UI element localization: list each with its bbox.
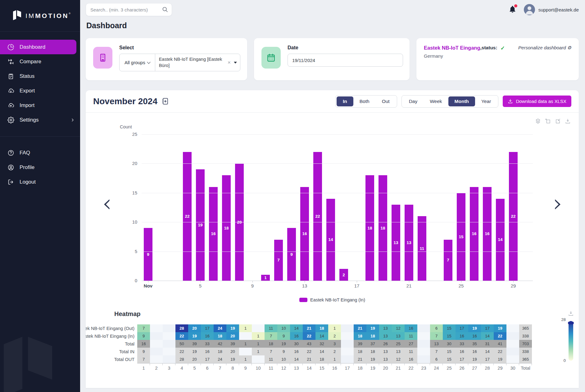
heatmap-cell[interactable]: 14: [481, 332, 494, 340]
heatmap-cell[interactable]: 1: [252, 332, 265, 340]
heatmap-cell[interactable]: 18: [315, 324, 328, 332]
heatmap-cell[interactable]: 17: [481, 355, 494, 363]
heatmap-cell[interactable]: 18: [366, 348, 379, 355]
heatmap-cell[interactable]: 18: [354, 348, 366, 355]
toggle-week[interactable]: Week: [424, 96, 448, 106]
sidebar-item-export[interactable]: Export: [0, 83, 80, 98]
heatmap-cell[interactable]: 13: [430, 340, 443, 348]
heatmap-cell[interactable]: 17: [456, 324, 468, 332]
heatmap-cell[interactable]: 16: [201, 332, 214, 340]
heatmap-cell[interactable]: 2: [328, 348, 341, 355]
heatmap-cell[interactable]: 22: [494, 332, 506, 340]
sidebar-item-import[interactable]: Import: [0, 98, 80, 113]
heatmap-cell[interactable]: 20: [226, 348, 239, 355]
bar-day-16[interactable]: 2: [339, 269, 348, 281]
heatmap-cell[interactable]: 9: [277, 348, 290, 355]
heatmap-cell[interactable]: 18: [214, 348, 226, 355]
heatmap-cell[interactable]: 27: [405, 340, 417, 348]
heatmap-cell[interactable]: 17: [201, 324, 214, 332]
heatmap-cell[interactable]: 7: [265, 332, 277, 340]
heatmap-cell[interactable]: 18: [354, 332, 366, 340]
heatmap-cell[interactable]: 7: [265, 348, 277, 355]
heatmap-cell[interactable]: 3: [328, 340, 341, 348]
heatmap-cell[interactable]: 28: [175, 324, 188, 332]
heatmap-cell[interactable]: 39: [188, 340, 201, 348]
sidebar-item-settings[interactable]: Settings: [0, 113, 80, 127]
heatmap-cell[interactable]: 15: [443, 324, 456, 332]
save-image-icon[interactable]: [565, 118, 571, 124]
toggle-both[interactable]: Both: [353, 96, 376, 106]
heatmap-cell[interactable]: 43: [303, 340, 315, 348]
bar-day-19[interactable]: 18: [379, 175, 388, 281]
heatmap-cell[interactable]: 19: [226, 355, 239, 363]
heatmap-cell[interactable]: 32: [315, 340, 328, 348]
heatmap-cell[interactable]: 16: [137, 340, 150, 348]
heatmap-cell[interactable]: 13: [379, 332, 392, 340]
heatmap-cell[interactable]: 1: [328, 324, 341, 332]
heatmap-cell[interactable]: 13: [379, 324, 392, 332]
heatmap-cell[interactable]: 15: [443, 332, 456, 340]
heatmap-cell[interactable]: 17: [456, 355, 468, 363]
heatmap-cell[interactable]: 16: [468, 348, 481, 355]
heatmap-cell[interactable]: 33: [456, 340, 468, 348]
bar-day-13[interactable]: 16: [300, 187, 309, 281]
heatmap-cell[interactable]: 13: [379, 355, 392, 363]
heatmap-cell[interactable]: 30: [290, 340, 303, 348]
heatmap-cell[interactable]: 7: [430, 348, 443, 355]
heatmap-cell[interactable]: 22: [303, 348, 315, 355]
heatmap-cell[interactable]: 1: [239, 340, 252, 348]
heatmap-cell[interactable]: 15: [443, 355, 456, 363]
heatmap-cell[interactable]: 7: [137, 355, 150, 363]
toggle-year[interactable]: Year: [475, 96, 497, 106]
heatmap-cell[interactable]: 24: [214, 355, 226, 363]
heatmap-cell[interactable]: 16: [468, 332, 481, 340]
bar-day-24[interactable]: 7: [444, 240, 453, 281]
bar-day-4[interactable]: 22: [183, 152, 192, 281]
heatmap-cell[interactable]: 35: [468, 340, 481, 348]
heatmap-cell[interactable]: 17: [481, 324, 494, 332]
heatmap-cell[interactable]: 18: [366, 332, 379, 340]
heatmap-cell[interactable]: 18: [214, 332, 226, 340]
heatmap-cell[interactable]: 19: [366, 324, 379, 332]
heatmap-cell[interactable]: 1: [252, 348, 265, 355]
bar-day-26[interactable]: 16: [470, 187, 479, 281]
heatmap-cell[interactable]: 41: [494, 340, 506, 348]
restore-icon[interactable]: [555, 118, 561, 124]
heatmap-cell[interactable]: 14: [290, 355, 303, 363]
heatmap-cell[interactable]: 9: [277, 332, 290, 340]
heatmap-cell[interactable]: 19: [468, 324, 481, 332]
heatmap-cell[interactable]: 1: [328, 355, 341, 363]
toggle-in[interactable]: In: [337, 96, 353, 106]
journal-plus-icon[interactable]: [161, 97, 169, 105]
heatmap-cell[interactable]: 19: [494, 324, 506, 332]
heatmap-cell[interactable]: 20: [188, 355, 201, 363]
next-month-arrow[interactable]: [554, 199, 562, 210]
bar-day-10[interactable]: 1: [261, 275, 270, 281]
sidebar-item-faq[interactable]: FAQ: [0, 145, 80, 160]
heatmap-cell[interactable]: 1: [252, 340, 265, 348]
bar-day-28[interactable]: 14: [496, 199, 505, 281]
heatmap-cell[interactable]: 1: [239, 355, 252, 363]
avatar[interactable]: [524, 4, 535, 15]
heatmap-cell[interactable]: 16: [201, 348, 214, 355]
heatmap-cell[interactable]: 39: [354, 340, 366, 348]
bar-day-5[interactable]: 19: [196, 169, 205, 281]
gear-icon[interactable]: ⚙: [567, 45, 571, 50]
download-xlsx-button[interactable]: Download data as XLSX: [503, 96, 571, 107]
toggle-day[interactable]: Day: [403, 96, 424, 106]
heatmap-cell[interactable]: 50: [175, 340, 188, 348]
sidebar-item-dashboard[interactable]: Dashboard: [0, 40, 76, 54]
heatmap-cell[interactable]: 16: [405, 324, 417, 332]
heatmap-cell[interactable]: 7: [430, 332, 443, 340]
heatmap-cell[interactable]: 19: [226, 324, 239, 332]
heatmap-cell[interactable]: 14: [481, 348, 494, 355]
heatmap-cell[interactable]: 13: [379, 348, 392, 355]
prev-month-arrow[interactable]: [102, 199, 111, 210]
bar-day-14[interactable]: 22: [313, 152, 322, 281]
heatmap-cell[interactable]: 13: [392, 332, 405, 340]
heatmap-cell[interactable]: 16: [290, 348, 303, 355]
sidebar-item-status[interactable]: Status: [0, 69, 80, 83]
heatmap-cell[interactable]: 33: [201, 340, 214, 348]
heatmap-cell[interactable]: 22: [303, 332, 315, 340]
colorbar-gradient[interactable]: [569, 321, 573, 361]
